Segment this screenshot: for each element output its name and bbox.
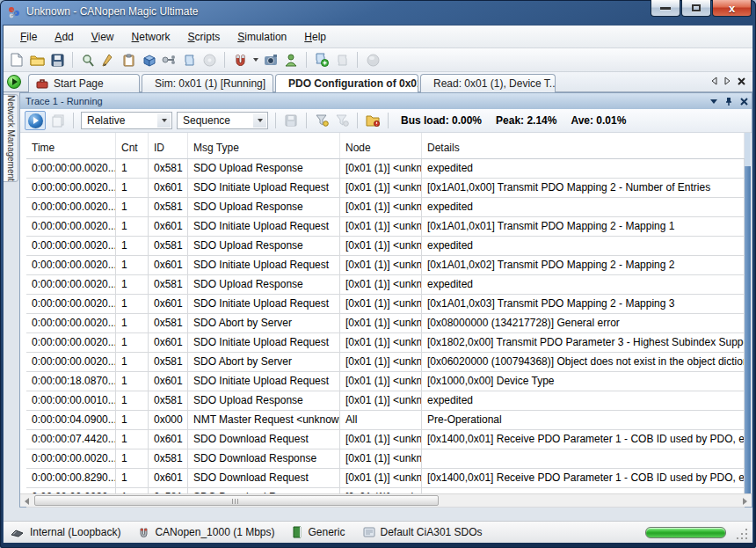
- sphere-icon[interactable]: [365, 52, 381, 68]
- tab-start-page[interactable]: Start Page: [28, 74, 140, 92]
- user-icon[interactable]: [283, 52, 299, 68]
- progress-bar: [645, 527, 726, 538]
- script-add-icon[interactable]: [314, 52, 330, 68]
- cell-cnt: 1: [116, 469, 149, 487]
- cell-node: [0x01 (1)] <unkn...: [340, 372, 422, 391]
- trace-row[interactable]: 0:00:00:00.0020... 1 0x601 SDO Initiate …: [26, 179, 745, 198]
- folder-alert-icon[interactable]: [365, 113, 381, 128]
- cell-time: 0:00:00:00.0010...: [26, 391, 116, 410]
- cell-details: [0x1A01,0x03] Transmit PDO Mapping 2 - M…: [422, 295, 745, 313]
- chevron-down-icon[interactable]: [710, 99, 717, 104]
- device-icon[interactable]: [141, 52, 156, 68]
- combo-dropdown-icon[interactable]: [253, 113, 266, 128]
- trace-panel-header[interactable]: Trace 1 - Running: [20, 93, 752, 109]
- save-trace-icon[interactable]: [283, 113, 299, 128]
- trace-row[interactable]: 0:00:00:18.0870... 1 0x601 SDO Initiate …: [26, 372, 745, 391]
- trace-header-controls: [710, 93, 748, 109]
- trace-row[interactable]: 0:00:00:04.0900... 1 0x000 NMT Master Re…: [26, 411, 745, 430]
- clipboard-icon[interactable]: [120, 52, 136, 68]
- vertical-scrollbar-thumb[interactable]: [745, 166, 751, 495]
- status-device-profile[interactable]: Generic: [292, 526, 345, 538]
- trace-row[interactable]: 0:00:00:00.0020... 1 0x581 SDO Download …: [26, 449, 745, 469]
- sort-mode-select[interactable]: Sequence: [177, 112, 268, 129]
- disc-icon[interactable]: [201, 52, 217, 68]
- column-header-details[interactable]: Details: [422, 133, 745, 158]
- script-remove-icon[interactable]: [334, 52, 350, 68]
- sidebar-tab-network-management[interactable]: Network Management: [4, 94, 18, 182]
- cell-time: 0:00:00:00.0020...: [26, 314, 116, 332]
- menu-file[interactable]: File: [12, 28, 45, 46]
- main-toolbar: [4, 48, 752, 72]
- trace-row[interactable]: 0:00:00:00.0020... 1 0x581 SDO Upload Re…: [26, 237, 745, 256]
- find-icon[interactable]: [80, 52, 96, 68]
- trace-row[interactable]: 0:00:00:00.0020... 1 0x581 SDO Upload Re…: [26, 198, 745, 217]
- tab-scroll-right-icon[interactable]: [724, 77, 731, 85]
- pin-icon[interactable]: [725, 97, 732, 106]
- trace-row[interactable]: 0:00:00:00.0020... 1 0x601 SDO Initiate …: [26, 217, 745, 237]
- trace-row[interactable]: 0:00:00:00.0020... 1 0x581 SDO Upload Re…: [26, 159, 745, 179]
- pencil-icon[interactable]: [100, 52, 116, 68]
- cell-msg-type: NMT Master Request <unknown>: [188, 411, 340, 429]
- resize-grip-icon[interactable]: [737, 527, 749, 539]
- column-header-id[interactable]: ID: [149, 133, 188, 158]
- status-sdo-config[interactable]: Default CiA301 SDOs: [363, 526, 483, 538]
- horizontal-scrollbar[interactable]: [20, 493, 752, 507]
- menu-scripts[interactable]: Scripts: [180, 28, 229, 46]
- trace-row[interactable]: 0:00:00:00.0020... 1 0x581 SDO Upload Re…: [26, 275, 745, 295]
- camera-icon[interactable]: [263, 52, 279, 68]
- tab-sim[interactable]: Sim: 0x01 (1) [Running]: [142, 74, 273, 92]
- maximize-button[interactable]: [681, 0, 711, 17]
- menu-add[interactable]: Add: [47, 28, 81, 46]
- close-button[interactable]: x: [712, 0, 752, 17]
- filter-remove-icon[interactable]: [334, 113, 350, 128]
- trace-row[interactable]: 0:00:00:00.8290... 1 0x601 SDO Download …: [26, 469, 745, 488]
- status-network[interactable]: CANopen_1000 (1 Mbps): [138, 526, 274, 538]
- trace-row[interactable]: 0:00:00:00.0010... 1 0x581 SDO Upload Re…: [26, 391, 745, 411]
- trace-row[interactable]: 0:00:00:07.4420... 1 0x601 SDO Download …: [26, 430, 745, 449]
- trace-row[interactable]: 0:00:00:00.0020... 1 0x601 SDO Initiate …: [26, 295, 745, 314]
- scroll-left-icon[interactable]: [25, 498, 29, 505]
- scroll-right-icon[interactable]: [743, 498, 747, 505]
- column-header-node[interactable]: Node: [340, 133, 422, 158]
- trace-row[interactable]: 0:00:00:00.0020... 1 0x601 SDO Initiate …: [26, 333, 745, 353]
- pages-icon[interactable]: [50, 113, 66, 128]
- column-header-cnt[interactable]: Cnt: [116, 133, 149, 158]
- time-mode-select[interactable]: Relative: [81, 112, 172, 129]
- cell-time: 0:00:00:00.8290...: [26, 469, 116, 487]
- script-icon[interactable]: [181, 52, 197, 68]
- trace-row[interactable]: 0:00:00:00.0020... 1 0x581 SDO Abort by …: [26, 314, 745, 333]
- connector-icon[interactable]: [161, 52, 177, 68]
- vertical-scrollbar[interactable]: [745, 133, 751, 495]
- trace-row[interactable]: 0:00:00:00.0020... 1 0x581 SDO Abort by …: [26, 353, 745, 372]
- column-header-time[interactable]: Time: [26, 133, 116, 158]
- horizontal-scrollbar-thumb[interactable]: [34, 495, 439, 506]
- bus-statistics: Bus load: 0.00% Peak: 2.14% Ave: 0.01%: [401, 114, 626, 127]
- menu-view[interactable]: View: [84, 28, 122, 46]
- menu-network[interactable]: Network: [124, 28, 178, 46]
- tab-close-icon[interactable]: [738, 77, 745, 85]
- tab-pdo-configuration[interactable]: PDO Configuration of 0x01 (1): [275, 74, 418, 92]
- filter-add-icon[interactable]: [314, 113, 330, 128]
- magnet-dropdown-icon[interactable]: [253, 58, 258, 62]
- combo-dropdown-icon[interactable]: [157, 113, 171, 128]
- cell-cnt: 1: [116, 411, 149, 429]
- cell-time: 0:00:00:00.0020...: [26, 217, 116, 236]
- tab-read-device[interactable]: Read: 0x01 (1), Device T...: [420, 74, 556, 92]
- new-document-icon[interactable]: [9, 52, 25, 68]
- menu-help[interactable]: Help: [296, 28, 334, 46]
- cell-details: [0x1802,0x00] Transmit PDO Parameter 3 -…: [422, 333, 745, 352]
- menu-simulation[interactable]: Simulation: [229, 28, 294, 46]
- magnet-capture-icon[interactable]: [232, 52, 248, 68]
- tab-scroll-left-icon[interactable]: [711, 77, 717, 85]
- trace-row[interactable]: 0:00:00:00.0020... 1 0x601 SDO Initiate …: [26, 256, 745, 275]
- save-icon[interactable]: [49, 52, 65, 68]
- minimize-button[interactable]: [651, 0, 680, 17]
- status-interface[interactable]: Internal (Loopback): [11, 526, 120, 538]
- trace-run-button[interactable]: [25, 111, 46, 130]
- close-panel-icon[interactable]: [740, 98, 748, 106]
- column-header-msg-type[interactable]: Msg Type: [188, 133, 340, 158]
- title-bar[interactable]: Unknown - CANopen Magic Ultimate x: [0, 0, 756, 25]
- network-status-orb-icon[interactable]: [7, 75, 21, 89]
- toolbar-separator: [306, 52, 307, 68]
- open-folder-icon[interactable]: [29, 52, 45, 68]
